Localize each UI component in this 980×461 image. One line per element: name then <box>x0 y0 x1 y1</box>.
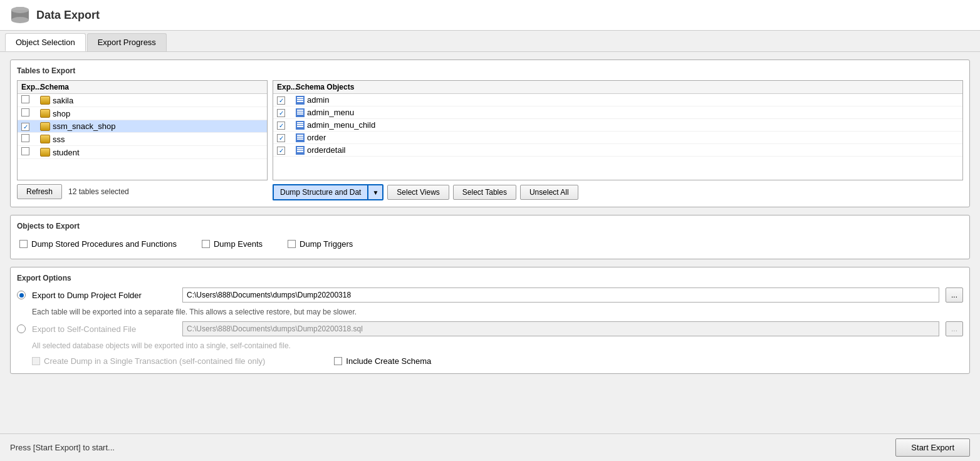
self-contained-label: Export to Self-Contained File <box>32 324 176 334</box>
select-tables-button[interactable]: Select Tables <box>453 185 516 200</box>
obj-name-admin-menu-child: admin_menu_child <box>307 120 375 130</box>
table-icon-order <box>296 133 305 142</box>
include-create-schema-check[interactable] <box>334 357 342 365</box>
self-contained-radio[interactable] <box>17 324 26 333</box>
dump-project-row: Export to Dump Project Folder ... <box>17 287 963 303</box>
start-export-button[interactable]: Start Export <box>895 438 970 457</box>
self-contained-row: Export to Self-Contained File ... <box>17 321 963 336</box>
schema-name-ssm: ssm_snack_shop <box>53 122 115 131</box>
obj-name-orderdetail: orderdetail <box>307 145 345 155</box>
tables-export-grid: Exp... Schema sakila <box>17 80 963 200</box>
dump-stored-procedures-check[interactable] <box>19 240 28 248</box>
objects-export-row: Dump Stored Procedures and Functions Dum… <box>17 236 963 252</box>
object-row-admin-menu-child[interactable]: admin_menu_child <box>273 119 962 132</box>
tab-export-progress[interactable]: Export Progress <box>87 33 167 51</box>
dump-project-hint: Each table will be exported into a separ… <box>17 306 963 318</box>
schema-row-sakila[interactable]: sakila <box>18 94 267 107</box>
dump-events-text: Dump Events <box>214 239 263 249</box>
obj-check-admin-menu-child[interactable] <box>277 122 285 130</box>
schema-name-sakila: sakila <box>53 96 73 105</box>
include-create-schema-label[interactable]: Include Create Schema <box>334 356 431 366</box>
schema-header-exp: Exp... <box>21 83 40 91</box>
dump-triggers-check[interactable] <box>288 240 296 248</box>
schema-name-shop: shop <box>53 109 70 118</box>
obj-check-order[interactable] <box>277 134 285 142</box>
schema-check-ssm[interactable] <box>21 123 29 131</box>
dump-triggers-label[interactable]: Dump Triggers <box>288 239 353 249</box>
include-create-schema-text: Include Create Schema <box>346 356 431 366</box>
schema-check-sakila[interactable] <box>21 95 29 103</box>
schema-row-ssm[interactable]: ssm_snack_shop <box>18 120 267 133</box>
table-icon-admin-menu <box>296 108 305 117</box>
refresh-button[interactable]: Refresh <box>17 184 62 199</box>
obj-name-order: order <box>307 133 326 142</box>
schema-check-student[interactable] <box>21 147 29 155</box>
dump-project-radio[interactable] <box>17 291 26 299</box>
dump-stored-procedures-text: Dump Stored Procedures and Functions <box>31 239 177 249</box>
app-title: Data Export <box>36 9 100 22</box>
schema-bottom-bar: Refresh 12 tables selected <box>17 184 268 199</box>
schema-header-schema: Schema <box>40 83 263 91</box>
dump-dropdown[interactable]: Dump Structure and Dat ▼ <box>273 184 383 200</box>
schema-row-shop[interactable]: shop <box>18 107 267 120</box>
obj-check-orderdetail[interactable] <box>277 147 285 155</box>
self-contained-hint: All selected database objects will be ex… <box>17 340 963 351</box>
svg-point-2 <box>11 17 29 23</box>
footer-status: Press [Start Export] to start... <box>10 443 115 452</box>
objects-list[interactable]: Exp... Schema Objects admin <box>273 80 963 180</box>
app-icon <box>10 5 30 25</box>
db-icon-shop <box>40 109 50 118</box>
footer: Press [Start Export] to start... Start E… <box>0 433 980 461</box>
export-bottom-row: Create Dump in a Single Transaction (sel… <box>17 355 963 367</box>
obj-name-admin: admin <box>307 95 329 105</box>
self-contained-browse: ... <box>946 321 963 336</box>
export-options-title: Export Options <box>17 274 963 282</box>
self-contained-path[interactable] <box>182 321 939 336</box>
db-icon-sss <box>40 135 50 143</box>
object-row-orderdetail[interactable]: orderdetail <box>273 144 962 157</box>
objects-to-export-section: Objects to Export Dump Stored Procedures… <box>10 215 970 259</box>
title-bar: Data Export <box>0 0 980 31</box>
object-row-order[interactable]: order <box>273 132 962 144</box>
export-options-section: Export Options Export to Dump Project Fo… <box>10 267 970 374</box>
table-icon-orderdetail <box>296 146 305 155</box>
objects-header-name: Schema Objects <box>296 83 959 91</box>
dump-structure-button[interactable]: Dump Structure and Dat <box>273 184 367 200</box>
dump-stored-procedures-label[interactable]: Dump Stored Procedures and Functions <box>19 239 177 249</box>
tab-object-selection[interactable]: Object Selection <box>5 33 86 51</box>
dump-project-browse[interactable]: ... <box>946 287 963 303</box>
tables-selected-status: 12 tables selected <box>68 187 129 196</box>
dump-dropdown-arrow[interactable]: ▼ <box>367 184 383 200</box>
schema-check-shop[interactable] <box>21 108 29 117</box>
obj-check-admin-menu[interactable] <box>277 109 285 117</box>
single-transaction-label: Create Dump in a Single Transaction (sel… <box>32 356 265 366</box>
dump-project-path[interactable] <box>182 287 939 303</box>
dump-events-check[interactable] <box>202 240 210 248</box>
object-row-admin-menu[interactable]: admin_menu <box>273 106 962 119</box>
schema-row-student[interactable]: student <box>18 146 267 159</box>
schema-row-sss[interactable]: sss <box>18 133 267 146</box>
tabs-bar: Object Selection Export Progress <box>0 31 980 52</box>
schema-list-header: Exp... Schema <box>18 81 267 94</box>
objects-header-exp: Exp... <box>277 83 296 91</box>
single-transaction-text: Create Dump in a Single Transaction (sel… <box>44 356 265 366</box>
dump-events-label[interactable]: Dump Events <box>202 239 263 249</box>
unselect-all-button[interactable]: Unselect All <box>520 185 578 200</box>
schema-check-sss[interactable] <box>21 134 29 142</box>
schema-panel: Exp... Schema sakila <box>17 80 268 200</box>
select-views-button[interactable]: Select Views <box>387 185 449 200</box>
schema-name-student: student <box>53 148 80 157</box>
objects-section-title: Objects to Export <box>17 222 963 230</box>
tables-to-export-section: Tables to Export Exp... Schema sakila <box>10 60 970 207</box>
schema-list[interactable]: Exp... Schema sakila <box>17 80 268 180</box>
obj-name-admin-menu: admin_menu <box>307 108 354 117</box>
dump-triggers-text: Dump Triggers <box>300 239 353 249</box>
object-row-admin[interactable]: admin <box>273 94 962 106</box>
table-icon-admin <box>296 96 305 105</box>
tables-section-title: Tables to Export <box>17 66 963 75</box>
db-icon-ssm <box>40 122 50 131</box>
obj-check-admin[interactable] <box>277 96 285 105</box>
db-icon-student <box>40 148 50 157</box>
dump-project-label: Export to Dump Project Folder <box>32 291 176 300</box>
objects-bottom-bar: Dump Structure and Dat ▼ Select Views Se… <box>273 184 963 200</box>
